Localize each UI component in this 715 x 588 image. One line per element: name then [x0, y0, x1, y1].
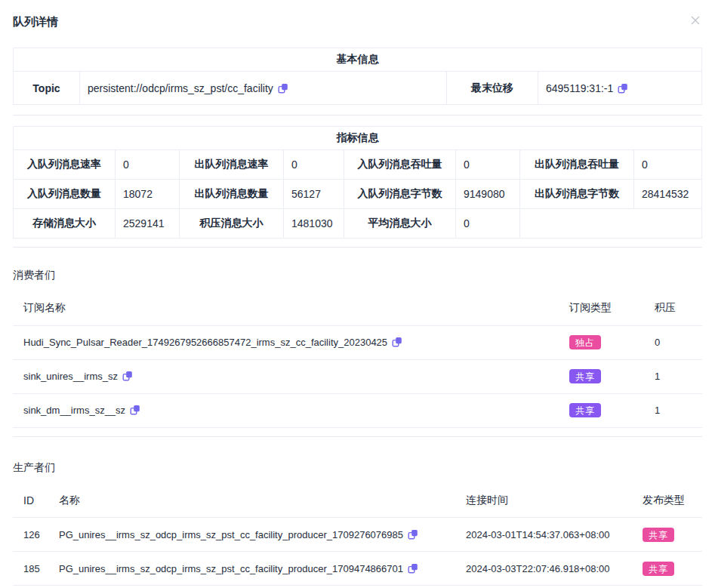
subscription-type-cell: 独占: [559, 325, 644, 359]
column-header-backlog: 积压: [644, 291, 702, 325]
producers-section-title: 生产者们: [13, 461, 702, 475]
consumers-table: 订阅名称 订阅类型 积压 Hudi_Sync_Pulsar_Reader_174…: [13, 291, 702, 428]
copy-icon: [278, 83, 288, 94]
copy-icon: [618, 83, 628, 94]
column-header-id: ID: [13, 484, 48, 518]
copy-topic-button[interactable]: [273, 83, 288, 94]
metric-value: 56127: [284, 180, 344, 209]
page-title: 队列详情: [13, 15, 58, 29]
copy-icon: [122, 371, 133, 381]
producer-name-cell: PG_unires__irms_sz_odcp_irms_sz_pst_cc_f…: [48, 552, 455, 586]
producer-name: PG_unires__irms_sz_odcp_irms_sz_pst_cc_f…: [59, 529, 403, 540]
consumers-section-title: 消费者们: [13, 269, 702, 282]
basic-info-table: 基本信息 Topic persistent://odcp/irms_sz_pst…: [13, 48, 702, 105]
backlog-cell: 1: [644, 359, 702, 393]
close-icon: [689, 14, 702, 27]
section-divider: [13, 436, 702, 437]
metric-value: 2529141: [116, 209, 180, 239]
publish-type-badge: 共享: [643, 562, 674, 576]
metric-value: 9149080: [456, 180, 520, 209]
subscription-name: sink_dm__irms_sz__sz: [23, 405, 125, 416]
backlog-cell: 0: [644, 325, 702, 359]
copy-subscription-button[interactable]: [118, 371, 133, 381]
metric-label: 出队列消息吞吐量: [520, 150, 634, 180]
queue-detail-dialog: 队列详情 基本信息 Topic persistent://odcp/irms_s…: [0, 0, 715, 586]
producer-id-cell: 126: [13, 518, 48, 552]
basic-info-header: 基本信息: [14, 48, 702, 72]
publish-type-cell: 共享: [632, 552, 702, 586]
metric-label: 出队列消息字节数: [520, 180, 634, 209]
metric-label: 存储消息大小: [14, 209, 116, 239]
topic-value-cell: persistent://odcp/irms_sz_pst/cc_facilit…: [80, 72, 447, 105]
metric-value: 0: [634, 150, 702, 180]
copy-producer-button[interactable]: [403, 563, 418, 574]
table-row: 入队列消息速率 0 出队列消息速率 0 入队列消息吞吐量 0 出队列消息吞吐量 …: [14, 150, 702, 180]
metric-label: 积压消息大小: [180, 209, 284, 239]
metric-value: 18072: [116, 180, 180, 209]
metric-label: 入队列消息字节数: [344, 180, 456, 209]
copy-icon: [408, 563, 418, 574]
subscription-name-cell: Hudi_Sync_Pulsar_Reader_1749267952666857…: [13, 325, 559, 359]
copy-subscription-button[interactable]: [387, 337, 402, 347]
column-header-subscription-type: 订阅类型: [559, 291, 644, 325]
metric-label: 平均消息大小: [344, 209, 456, 239]
metrics-table: 指标信息 入队列消息速率 0 出队列消息速率 0 入队列消息吞吐量 0 出队列消…: [13, 126, 702, 239]
connect-time-cell: 2024-03-01T14:54:37.063+08:00: [455, 518, 632, 552]
producer-row: 185 PG_unires__irms_sz_odcp_irms_sz_pst_…: [13, 552, 702, 586]
producers-table: ID 名称 连接时间 发布类型 126 PG_unires__irms_sz_o…: [13, 484, 702, 586]
metric-value: 0: [456, 209, 520, 239]
metric-label: 入队列消息速率: [14, 150, 116, 180]
column-header-connect-time: 连接时间: [455, 484, 632, 518]
connect-time-cell: 2024-03-03T22:07:46.918+08:00: [455, 552, 632, 586]
producer-id-cell: 185: [13, 552, 48, 586]
producer-name: PG_unires__irms_sz_odcp_irms_sz_pst_cc_f…: [59, 563, 403, 574]
copy-subscription-button[interactable]: [125, 405, 140, 415]
producers-table-header: ID 名称 连接时间 发布类型: [13, 484, 702, 518]
subscription-type-badge: 共享: [569, 369, 601, 383]
topic-value: persistent://odcp/irms_sz_pst/cc_facilit…: [88, 82, 273, 94]
publish-type-badge: 共享: [643, 528, 674, 542]
section-divider: [13, 115, 702, 115]
last-offset-value: 6495119:31:-1: [546, 82, 613, 94]
empty-cell: [520, 209, 702, 239]
metric-label: 出队列消息速率: [180, 150, 284, 180]
column-header-name: 名称: [48, 484, 455, 518]
section-divider: [13, 247, 702, 248]
last-offset-value-cell: 6495119:31:-1: [538, 72, 702, 105]
copy-producer-button[interactable]: [403, 529, 418, 540]
metric-value: 0: [284, 150, 344, 180]
table-row: 存储消息大小 2529141 积压消息大小 1481030 平均消息大小 0: [14, 209, 702, 239]
subscription-type-cell: 共享: [559, 359, 644, 393]
subscription-name: sink_unires__irms_sz: [23, 371, 118, 382]
metric-value: 28414532: [634, 180, 702, 209]
subscription-type-badge: 独占: [569, 335, 601, 349]
publish-type-cell: 共享: [632, 518, 702, 552]
metric-value: 0: [456, 150, 520, 180]
topic-label: Topic: [14, 72, 80, 105]
table-row: Topic persistent://odcp/irms_sz_pst/cc_f…: [14, 72, 702, 105]
copy-offset-button[interactable]: [613, 83, 628, 94]
last-offset-label: 最末位移: [447, 72, 538, 105]
producer-row: 126 PG_unires__irms_sz_odcp_irms_sz_pst_…: [13, 518, 702, 552]
copy-icon: [392, 337, 402, 347]
consumer-row: sink_unires__irms_sz 共享 1: [13, 359, 702, 393]
copy-icon: [408, 529, 418, 540]
column-header-publish-type: 发布类型: [632, 484, 702, 518]
subscription-type-cell: 共享: [559, 393, 644, 427]
metric-value: 1481030: [284, 209, 344, 239]
metric-label: 入队列消息吞吐量: [344, 150, 456, 180]
producer-name-cell: PG_unires__irms_sz_odcp_irms_sz_pst_cc_f…: [48, 518, 455, 552]
copy-icon: [130, 405, 140, 415]
table-row: 入队列消息数量 18072 出队列消息数量 56127 入队列消息字节数 914…: [14, 180, 702, 209]
metric-label: 出队列消息数量: [180, 180, 284, 209]
column-header-subscription-name: 订阅名称: [13, 291, 559, 325]
close-button[interactable]: [689, 14, 702, 27]
subscription-name-cell: sink_dm__irms_sz__sz: [13, 393, 559, 427]
consumers-table-header: 订阅名称 订阅类型 积压: [13, 291, 702, 325]
metric-label: 入队列消息数量: [14, 180, 116, 209]
metric-value: 0: [116, 150, 180, 180]
consumer-row: Hudi_Sync_Pulsar_Reader_1749267952666857…: [13, 325, 702, 359]
subscription-name-cell: sink_unires__irms_sz: [13, 359, 559, 393]
dialog-header: 队列详情: [13, 0, 702, 29]
consumer-row: sink_dm__irms_sz__sz 共享 1: [13, 393, 702, 427]
